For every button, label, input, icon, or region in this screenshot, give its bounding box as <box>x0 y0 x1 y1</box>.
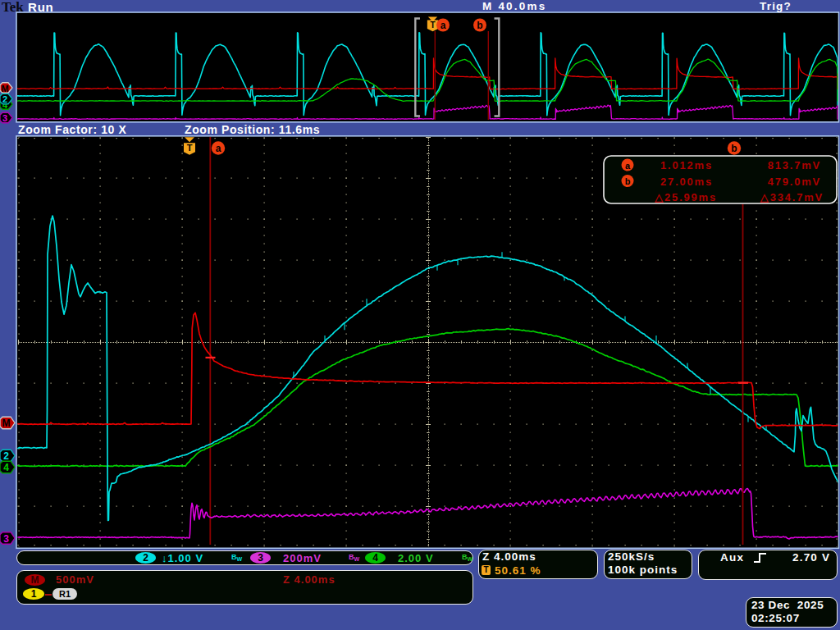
svg-text:a: a <box>625 161 631 171</box>
svg-text:a: a <box>216 143 221 154</box>
svg-text:b: b <box>731 143 737 154</box>
svg-text:T: T <box>187 143 193 153</box>
svg-text:T: T <box>430 21 435 30</box>
svg-text:a: a <box>441 20 446 31</box>
svg-text:b: b <box>477 20 482 31</box>
svg-text:M: M <box>1 84 8 94</box>
svg-text:4: 4 <box>3 462 9 473</box>
svg-text:3: 3 <box>2 113 7 123</box>
svg-text:b: b <box>625 176 631 186</box>
svg-text:2: 2 <box>2 94 7 104</box>
svg-text:2: 2 <box>3 450 9 462</box>
svg-text:M: M <box>2 418 11 429</box>
svg-text:3: 3 <box>3 533 9 545</box>
